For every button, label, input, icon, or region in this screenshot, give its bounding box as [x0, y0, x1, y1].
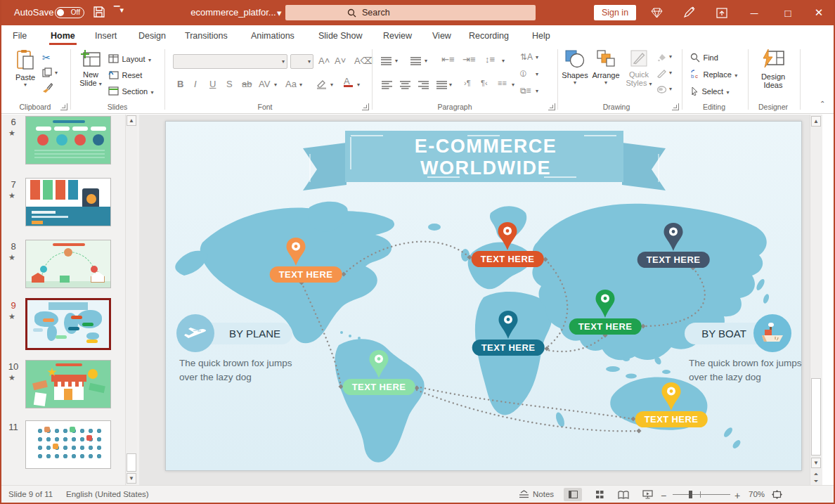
align-text-button[interactable]: ⦶ — [520, 69, 526, 79]
boat-icon[interactable] — [753, 314, 791, 352]
align-left-button[interactable] — [382, 79, 392, 92]
clear-formatting-button[interactable]: A⌫ — [354, 56, 373, 66]
change-case-button[interactable]: Aa — [285, 79, 297, 89]
shape-effects-caret-icon[interactable]: ▾ — [669, 86, 672, 92]
legend-boat-body[interactable]: The quick brown fox jumps over the lazy … — [689, 356, 805, 384]
scroll-up-icon[interactable]: ▲ — [811, 116, 821, 127]
close-button[interactable]: ✕ — [803, 0, 835, 25]
font-color-button[interactable]: A — [344, 77, 353, 87]
convert-smartart-caret-icon[interactable]: ▾ — [536, 88, 538, 94]
shape-effects-button[interactable] — [656, 84, 667, 97]
slide-indicator[interactable]: Slide 9 of 11 — [8, 490, 53, 498]
language-indicator[interactable]: English (United States) — [66, 490, 149, 498]
quick-styles-button[interactable]: Quick Styles ▾ — [624, 49, 654, 87]
shrink-font-button[interactable]: A˅ — [335, 56, 346, 66]
font-name-select[interactable]: ▾ — [173, 54, 287, 69]
decrease-indent-button[interactable]: ⇤≡ — [441, 54, 454, 65]
document-title-caret-icon[interactable]: ▾ — [277, 8, 282, 18]
justify-caret-icon[interactable]: ▾ — [449, 82, 452, 88]
bullets-button[interactable] — [381, 56, 391, 68]
convert-smartart-button[interactable]: ⧉≡ — [520, 86, 531, 96]
map-label-middle-east[interactable]: TEXT HERE — [472, 340, 545, 356]
find-button[interactable]: Find — [690, 51, 718, 63]
highlight-color-button[interactable] — [316, 79, 328, 92]
map-pin-australia[interactable] — [661, 382, 682, 414]
notes-button[interactable]: Notes — [519, 490, 554, 498]
tab-animations[interactable]: Animations — [250, 29, 296, 43]
map-pin-russia[interactable] — [663, 222, 684, 254]
minimize-button[interactable]: ─ — [738, 0, 770, 25]
underline-button[interactable]: U — [209, 79, 216, 89]
tab-home[interactable]: Home — [49, 29, 77, 45]
zoom-in-button[interactable]: + — [734, 490, 740, 501]
text-direction-button[interactable]: ⇅A — [520, 52, 533, 62]
font-size-select[interactable]: ▾ — [290, 54, 313, 69]
highlight-color-caret-icon[interactable]: ▾ — [330, 82, 333, 88]
thumbnail-slide-6[interactable] — [25, 116, 111, 164]
shape-fill-caret-icon[interactable]: ▾ — [669, 53, 672, 60]
slide-area-scrollbar[interactable]: ▲ ▼ ⏶ ⏷ — [810, 115, 822, 485]
tab-help[interactable]: Help — [531, 29, 552, 43]
map-label-central-asia[interactable]: TEXT HERE — [569, 318, 642, 335]
select-button[interactable]: Select ▾ — [690, 84, 730, 97]
map-pin-north-america[interactable] — [285, 237, 306, 269]
reading-view-button[interactable] — [614, 488, 633, 501]
slide-canvas[interactable]: E-COMMERCE WORLDWIDE TEXT HERE TEXT HERE… — [165, 121, 802, 471]
line-spacing-button[interactable]: ↕≡ — [485, 54, 495, 65]
copy-caret-icon[interactable]: ▾ — [55, 70, 58, 76]
replace-button[interactable]: bc Replace ▾ — [690, 67, 737, 80]
map-pin-middle-east[interactable] — [498, 310, 519, 342]
rtl-direction-button[interactable]: ¶‹ — [481, 79, 488, 87]
strikethrough-button[interactable]: ab — [242, 79, 252, 89]
font-color-caret-icon[interactable]: ▾ — [357, 82, 360, 88]
paste-button[interactable]: Paste ▾ — [11, 49, 39, 88]
bold-button[interactable]: B — [177, 79, 183, 89]
zoom-slider-handle[interactable] — [689, 491, 692, 498]
change-case-caret-icon[interactable]: ▾ — [299, 82, 302, 88]
tab-transitions[interactable]: Transitions — [183, 29, 229, 43]
shape-fill-button[interactable] — [656, 52, 667, 65]
zoom-level[interactable]: 70% — [749, 490, 765, 498]
gem-premium-icon[interactable] — [646, 6, 667, 20]
legend-plane-body[interactable]: The quick brown fox jumps over the lazy … — [179, 356, 299, 384]
copy-icon[interactable] — [42, 67, 52, 80]
maximize-button[interactable]: □ — [772, 0, 804, 25]
collapse-ribbon-icon[interactable]: ⌃ — [820, 100, 825, 108]
character-spacing-button[interactable]: AV — [259, 79, 270, 89]
text-direction-caret-icon[interactable]: ▾ — [536, 54, 538, 60]
plane-icon[interactable] — [176, 314, 214, 352]
ltr-direction-button[interactable]: ›¶ — [464, 79, 471, 87]
slide-sorter-view-button[interactable] — [590, 488, 609, 501]
align-center-button[interactable] — [400, 79, 410, 92]
autosave-toggle[interactable]: Off — [55, 7, 84, 18]
layout-button[interactable]: Layout ▾ — [108, 52, 151, 65]
cut-icon[interactable]: ✂ — [42, 52, 51, 63]
map-label-scandinavia[interactable]: TEXT HERE — [472, 251, 544, 267]
section-button[interactable]: Section ▾ — [108, 84, 154, 97]
paragraph-dialog-launcher[interactable] — [548, 103, 555, 110]
line-spacing-caret-icon[interactable]: ▾ — [502, 58, 505, 64]
quick-access-toolbar-caret-icon[interactable]: ▔▾ — [114, 6, 124, 15]
slide-area-scrollbar-thumb[interactable] — [811, 378, 821, 455]
numbering-caret-icon[interactable]: ▾ — [425, 58, 427, 64]
drawing-dialog-launcher[interactable] — [672, 103, 679, 110]
text-shadow-button[interactable]: S — [226, 79, 233, 89]
columns-caret-icon[interactable]: ▾ — [512, 82, 514, 88]
search-box[interactable] — [285, 5, 536, 20]
thumbnail-slide-11[interactable] — [25, 420, 111, 469]
character-spacing-caret-icon[interactable]: ▾ — [274, 82, 277, 88]
align-text-caret-icon[interactable]: ▾ — [536, 71, 538, 77]
map-pin-central-asia[interactable] — [595, 289, 616, 321]
shape-outline-button[interactable] — [656, 68, 667, 81]
ribbon-display-options-icon[interactable] — [711, 6, 732, 20]
thumbnail-scroll-up-icon[interactable]: ▲ — [127, 115, 136, 126]
map-label-russia[interactable]: TEXT HERE — [637, 252, 710, 268]
map-label-north-america[interactable]: TEXT HERE — [270, 266, 342, 283]
tab-review[interactable]: Review — [382, 29, 413, 43]
save-icon[interactable] — [93, 6, 105, 21]
font-dialog-launcher[interactable] — [362, 103, 369, 110]
clipboard-dialog-launcher[interactable] — [60, 103, 67, 110]
tab-recording[interactable]: Recording — [467, 29, 510, 43]
shapes-button[interactable]: Shapes ▾ — [561, 49, 589, 86]
arrange-button[interactable]: Arrange ▾ — [590, 49, 621, 86]
